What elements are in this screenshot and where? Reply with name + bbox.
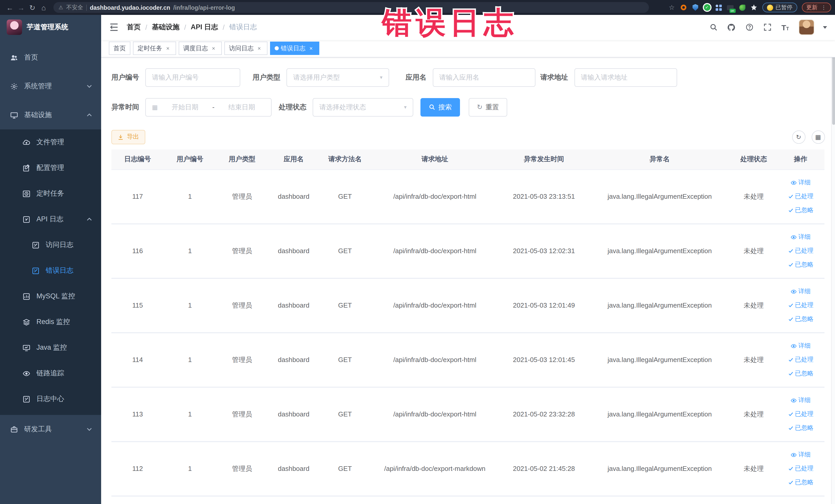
detail-link[interactable]: 详细	[791, 285, 811, 297]
avatar-caret-icon[interactable]	[823, 26, 827, 31]
sidebar-item-trace[interactable]: 链路追踪	[0, 361, 101, 386]
sidebar-item-cron-job[interactable]: 定时任务	[0, 181, 101, 206]
extension-switch-icon[interactable]: on	[727, 4, 734, 11]
detail-link[interactable]: 详细	[791, 395, 811, 406]
refresh-circle-button[interactable]: ↻	[792, 130, 805, 143]
sidebar-item-redis-monitor[interactable]: Redis 监控	[0, 309, 101, 335]
search-button[interactable]: 搜索	[421, 98, 460, 116]
sidebar-item-devtools[interactable]: 研发工具	[0, 415, 101, 444]
processed-link[interactable]: 已处理	[788, 408, 813, 420]
ignored-link[interactable]: 已忽略	[788, 313, 813, 325]
scrollbar-track[interactable]	[831, 15, 835, 504]
process-status-select[interactable]: 请选择处理状态 ▾	[313, 98, 413, 116]
ignored-link[interactable]: 已忽略	[788, 422, 813, 434]
sidebar-item-infra[interactable]: 基础设施	[0, 101, 101, 129]
processed-link[interactable]: 已处理	[788, 463, 813, 475]
date-range-picker[interactable]: ▦ 开始日期 - 结束日期	[145, 98, 271, 116]
processed-link[interactable]: 已处理	[788, 354, 813, 366]
column-header: 应用名	[268, 155, 319, 164]
sidebar-item-java-monitor[interactable]: Java 监控	[0, 335, 101, 361]
address-bar[interactable]: ⚠ 不安全 dashboard.yudao.iocoder.cn/infra/l…	[54, 2, 649, 13]
cell-url: /api/infra/db-doc/export-html	[371, 193, 499, 200]
paused-badge[interactable]: 已暂停	[762, 3, 797, 12]
ignored-link[interactable]: 已忽略	[788, 477, 813, 488]
fullscreen-icon[interactable]	[762, 23, 772, 32]
extension-donut-icon[interactable]	[680, 4, 687, 11]
processed-link[interactable]: 已处理	[788, 245, 813, 257]
extension-pin-icon[interactable]	[750, 4, 757, 11]
chevron-down-icon: ▾	[404, 104, 407, 110]
logo-row[interactable]: 芋道管理系统	[0, 15, 101, 39]
search-icon[interactable]	[709, 23, 718, 32]
url-path: /infra/log/api-error-log	[173, 4, 235, 11]
reload-icon[interactable]: ↻	[27, 2, 38, 13]
check-icon	[788, 480, 793, 485]
tab-cron-job[interactable]: 定时任务×	[133, 42, 176, 55]
reset-button[interactable]: ↻ 重置	[469, 98, 507, 116]
chevron-down-icon	[87, 428, 92, 431]
user-id-input[interactable]: 请输入用户编号	[145, 68, 240, 86]
chevron-up-icon	[87, 114, 92, 117]
sidebar-item-config-manage[interactable]: 配置管理	[0, 155, 101, 181]
processed-link[interactable]: 已处理	[788, 190, 813, 202]
bookmark-star-icon[interactable]: ☆	[668, 4, 675, 11]
column-settings-button[interactable]: ▦	[811, 130, 825, 143]
cell-id: 117	[111, 193, 164, 200]
tab-error-log[interactable]: 错误日志×	[270, 42, 319, 55]
ignored-link[interactable]: 已忽略	[788, 368, 813, 380]
eye-icon	[791, 234, 797, 240]
breadcrumb-api-log[interactable]: API 日志	[191, 23, 218, 32]
chevron-down-icon	[87, 85, 92, 88]
detail-link[interactable]: 详细	[791, 231, 811, 243]
ignored-link[interactable]: 已忽略	[788, 204, 813, 216]
hamburger-icon[interactable]	[109, 23, 119, 32]
sidebar-item-home[interactable]: 首页	[0, 43, 101, 72]
font-size-icon[interactable]: TT	[780, 23, 790, 32]
sidebar-item-access-log[interactable]: 访问日志	[0, 232, 101, 258]
doc-icon	[23, 216, 30, 223]
extension-check-icon[interactable]: ✓	[704, 4, 710, 11]
tab-home[interactable]: 首页	[109, 42, 130, 55]
sidebar-item-api-log[interactable]: API 日志	[0, 206, 101, 232]
browser-menu-icon[interactable]: ⋮	[821, 5, 826, 10]
extension-shield-icon[interactable]	[692, 4, 699, 11]
forward-icon[interactable]: →	[15, 2, 27, 13]
avatar[interactable]	[798, 20, 814, 35]
browser-toolbar: ← → ↻ ⌂ ⚠ 不安全 dashboard.yudao.iocoder.cn…	[0, 0, 835, 15]
processed-link[interactable]: 已处理	[788, 299, 813, 311]
detail-link[interactable]: 详细	[791, 340, 811, 352]
user-type-select[interactable]: 请选择用户类型 ▾	[286, 68, 389, 86]
extension-grid-icon[interactable]	[715, 4, 722, 11]
screen: ← → ↻ ⌂ ⚠ 不安全 dashboard.yudao.iocoder.cn…	[0, 0, 835, 504]
tab-schedule-log[interactable]: 调度日志×	[179, 42, 222, 55]
close-icon[interactable]: ×	[307, 45, 315, 52]
breadcrumb-home[interactable]: 首页	[127, 23, 141, 32]
help-icon[interactable]	[745, 23, 754, 32]
github-icon[interactable]	[727, 23, 736, 32]
detail-link[interactable]: 详细	[791, 177, 811, 188]
sidebar-item-file-manage[interactable]: 文件管理	[0, 129, 101, 155]
close-icon[interactable]: ×	[256, 45, 263, 52]
export-button[interactable]: 导出	[111, 130, 145, 144]
ignored-link[interactable]: 已忽略	[788, 259, 813, 270]
detail-link[interactable]: 详细	[791, 449, 811, 461]
sidebar-item-log-center[interactable]: 日志中心	[0, 386, 101, 412]
check-icon	[788, 411, 793, 417]
sidebar-item-error-log[interactable]: 错误日志	[0, 258, 101, 283]
close-icon[interactable]: ×	[210, 45, 217, 52]
cell-user_id: 1	[164, 465, 216, 472]
close-icon[interactable]: ×	[164, 45, 171, 52]
extension-leaf-icon[interactable]	[738, 4, 746, 11]
app-name-input[interactable]: 请输入应用名	[432, 68, 535, 86]
request-url-input[interactable]: 请输入请求地址	[574, 68, 677, 86]
back-icon[interactable]: ←	[4, 2, 15, 13]
tab-access-log[interactable]: 访问日志×	[224, 42, 267, 55]
sidebar-item-mysql-monitor[interactable]: MySQL 监控	[0, 283, 101, 309]
divider	[86, 4, 87, 11]
home-icon[interactable]: ⌂	[38, 2, 49, 13]
tags-view-bar: 首页 定时任务× 调度日志× 访问日志× 错误日志×	[101, 40, 835, 57]
sidebar-item-system[interactable]: 系统管理	[0, 72, 101, 101]
update-button[interactable]: 更新 ⋮	[802, 3, 831, 12]
breadcrumb-infra[interactable]: 基础设施	[152, 23, 180, 32]
cell-method: GET	[319, 356, 371, 364]
